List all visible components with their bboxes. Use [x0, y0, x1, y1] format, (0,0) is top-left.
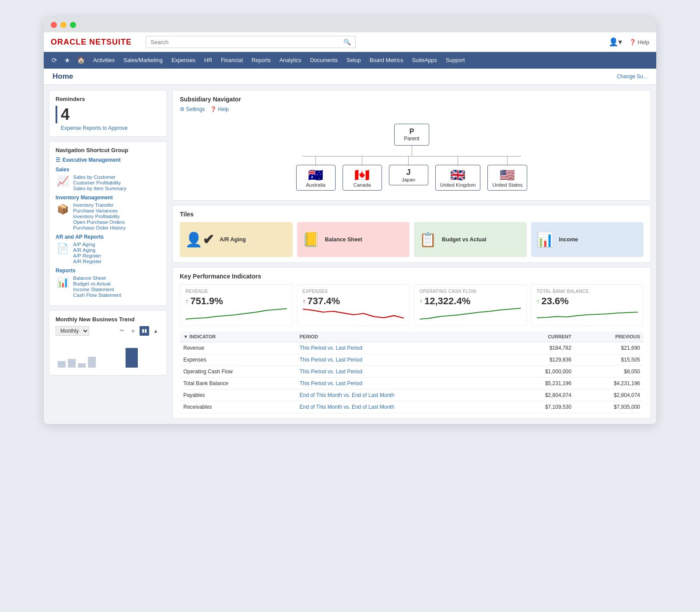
- link-balance-sheet[interactable]: Balance Sheet: [73, 275, 121, 281]
- org-child-japan-wrap: J Japan: [385, 156, 432, 185]
- link-income-statement[interactable]: Income Statement: [73, 287, 121, 292]
- org-child-uk-wrap: 🇬🇧 United Kingdom: [432, 156, 484, 191]
- nav-item-setup[interactable]: Setup: [342, 52, 365, 69]
- help-icon[interactable]: ❓ Help: [629, 39, 649, 45]
- browser-dot-green[interactable]: [70, 22, 76, 28]
- revenue-sparkline: [186, 307, 287, 320]
- content-area: Reminders 4 Expense Reports to Approve N…: [44, 85, 656, 424]
- org-child-canada[interactable]: 🇨🇦 Canada: [343, 165, 382, 191]
- australia-label: Australia: [301, 182, 331, 188]
- org-child-uk[interactable]: 🇬🇧 United Kingdom: [435, 165, 481, 191]
- link-inventory-profitability[interactable]: Inventory Profitability: [73, 214, 126, 219]
- nav-item-documents[interactable]: Documents: [306, 52, 342, 69]
- kpi-row-revenue: Revenue This Period vs. Last Period $184…: [180, 342, 644, 354]
- link-open-purchase-orders[interactable]: Open Purchase Orders: [73, 219, 126, 225]
- kpi-ocf-period[interactable]: This Period vs. Last Period: [296, 366, 506, 378]
- link-sales-by-customer[interactable]: Sales by Customer: [73, 174, 126, 180]
- subsidiary-navigator-title: Subsidiary Navigator: [180, 96, 644, 103]
- kpi-payables-period[interactable]: End of This Month vs. End of Last Month: [296, 389, 506, 401]
- subsidiary-navigator-controls: ⚙ Settings ❓ Help: [180, 106, 644, 112]
- nav-home-icon[interactable]: 🏠: [74, 56, 89, 64]
- org-child-japan[interactable]: J Japan: [389, 165, 428, 185]
- org-connector-uk: [458, 156, 458, 165]
- nav-history-icon[interactable]: ⟳: [48, 56, 61, 64]
- japan-label: Japan: [394, 177, 424, 182]
- kpi-expenses-previous: $15,505: [575, 354, 644, 366]
- nav-item-suiteapps[interactable]: SuiteApps: [408, 52, 441, 69]
- settings-control[interactable]: ⚙ Settings: [180, 106, 205, 112]
- reports-links: Balance Sheet Budget vs Actual Income St…: [73, 275, 121, 298]
- nav-item-financial[interactable]: Financial: [217, 52, 247, 69]
- search-input[interactable]: [150, 39, 343, 45]
- nav-item-expenses[interactable]: Expenses: [167, 52, 200, 69]
- browser-dot-red[interactable]: [51, 22, 57, 28]
- tile-ar-aging[interactable]: 👤✔ A/R Aging: [180, 222, 293, 257]
- kpi-expenses: EXPENSES ↑ 737.4%: [297, 284, 410, 326]
- monthly-trend-title: Monthly New Business Trend: [56, 316, 161, 323]
- kpi-metrics-row: REVENUE ↑ 751.9% EXPENSES ↑ 7: [180, 284, 644, 326]
- link-ar-register[interactable]: A/R Register: [73, 259, 102, 264]
- reminder-label[interactable]: Expense Reports to Approve: [56, 125, 161, 131]
- kpi-expenses-current: $129,836: [506, 354, 575, 366]
- link-ar-aging[interactable]: A/R Aging: [73, 247, 102, 253]
- kpi-revenue-period[interactable]: This Period vs. Last Period: [296, 342, 506, 354]
- link-purchase-variances[interactable]: Purchase Variances: [73, 208, 126, 213]
- org-child-australia[interactable]: 🇦🇺 Australia: [296, 165, 336, 191]
- tile-budget-vs-actual[interactable]: 📋 Budget vs Actual: [414, 222, 527, 257]
- sales-icon: 📈: [56, 174, 70, 188]
- org-child-australia-wrap: 🇦🇺 Australia: [293, 156, 339, 191]
- change-subsidiary-link[interactable]: Change Su...: [617, 73, 648, 80]
- nav-item-activities[interactable]: Activities: [89, 52, 119, 69]
- link-ap-aging[interactable]: A/P Aging: [73, 242, 102, 247]
- link-inventory-transfer[interactable]: Inventory Transfer: [73, 202, 126, 208]
- arap-links: A/P Aging A/R Aging A/P Register A/R Reg…: [73, 242, 102, 264]
- nav-item-analytics[interactable]: Analytics: [275, 52, 306, 69]
- sales-category: Sales: [56, 167, 161, 173]
- kpi-tbb-period[interactable]: This Period vs. Last Period: [296, 378, 506, 389]
- link-customer-profitability[interactable]: Customer Profitability: [73, 180, 126, 185]
- kpi-col-indicator: ▼ INDICATOR: [180, 331, 296, 342]
- trend-table-icon[interactable]: ≡: [128, 326, 138, 336]
- link-sales-by-item[interactable]: Sales by Item Summary: [73, 186, 126, 191]
- search-bar[interactable]: 🔍: [146, 36, 356, 48]
- executive-management-header[interactable]: ☰ Executive Management: [56, 157, 161, 163]
- sales-links: Sales by Customer Customer Profitability…: [73, 174, 126, 191]
- link-budget-vs-actual[interactable]: Budget vs Actual: [73, 281, 121, 286]
- help-control[interactable]: ❓ Help: [210, 106, 229, 112]
- org-parent-node[interactable]: P Parent: [394, 124, 429, 146]
- arap-icon: 📄: [56, 242, 70, 256]
- browser-dot-yellow[interactable]: [60, 22, 66, 28]
- link-purchase-order-history[interactable]: Purchase Order History: [73, 225, 126, 230]
- logo-oracle: ORACLE: [51, 38, 89, 46]
- trend-line-icon[interactable]: 〜: [117, 326, 126, 336]
- inventory-category: Inventory Management: [56, 195, 161, 201]
- uk-flag-icon: 🇬🇧: [440, 168, 476, 182]
- link-cash-flow[interactable]: Cash Flow Statement: [73, 292, 121, 298]
- kpi-ocf-value: ↑ 12,322.4%: [420, 296, 521, 307]
- nav-item-hr[interactable]: HR: [200, 52, 217, 69]
- user-icon[interactable]: 👤▾: [609, 37, 622, 47]
- tile-balance-sheet[interactable]: 📒 Balance Sheet: [297, 222, 410, 257]
- kpi-revenue-indicator: Revenue: [180, 342, 296, 354]
- kpi-receivables-current: $7,109,530: [506, 401, 575, 413]
- kpi-tbb-indicator: Total Bank Balance: [180, 378, 296, 389]
- org-child-us[interactable]: 🇺🇸 United States: [487, 165, 527, 191]
- tile-income[interactable]: 📊 Income: [531, 222, 644, 257]
- trend-bar-icon[interactable]: ▮▮: [140, 326, 149, 336]
- ocf-arrow-up: ↑: [420, 298, 423, 305]
- nav-item-board-metrics[interactable]: Board Metrics: [365, 52, 408, 69]
- kpi-receivables-period[interactable]: End of This Month vs. End of Last Month: [296, 401, 506, 413]
- nav-item-support[interactable]: Support: [441, 52, 469, 69]
- uk-label: United Kingdom: [440, 182, 476, 188]
- trend-chart: 500,000: [56, 339, 161, 370]
- nav-star-icon[interactable]: ★: [61, 56, 74, 64]
- nav-item-reports[interactable]: Reports: [247, 52, 275, 69]
- kpi-expenses-period[interactable]: This Period vs. Last Period: [296, 354, 506, 366]
- top-bar: ORACLE NETSUITE 🔍 👤▾ ❓ Help: [44, 32, 656, 52]
- trend-period-select[interactable]: Monthly Weekly Daily: [56, 326, 89, 336]
- trend-area-icon[interactable]: ▲: [151, 326, 161, 336]
- org-connector-australia: [315, 156, 316, 165]
- nav-item-sales-marketing[interactable]: Sales/Marketing: [119, 52, 167, 69]
- kpi-revenue-previous: $21,690: [575, 342, 644, 354]
- link-ap-register[interactable]: A/P Register: [73, 253, 102, 258]
